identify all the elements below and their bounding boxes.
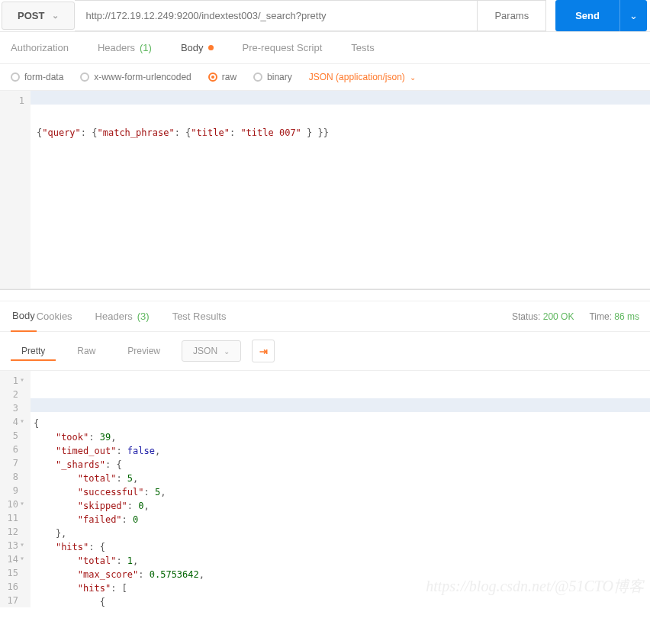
- headers-count-badge: (1): [140, 42, 152, 53]
- view-raw[interactable]: Raw: [66, 341, 106, 361]
- http-method-dropdown[interactable]: POST ⌄: [2, 2, 75, 30]
- chevron-down-icon: ⌄: [410, 73, 416, 82]
- content-type-dropdown[interactable]: JSON (application/json) ⌄: [309, 72, 416, 82]
- send-button[interactable]: Send: [555, 0, 619, 31]
- unsaved-indicator-icon: [208, 45, 214, 50]
- response-line: "timed_out": false,: [34, 444, 647, 458]
- line-gutter: 1: [0, 91, 31, 288]
- response-tab-headers[interactable]: Headers (3): [95, 311, 150, 322]
- view-preview[interactable]: Preview: [117, 341, 171, 361]
- response-line: "_shards": {: [34, 458, 647, 472]
- response-line: "max_score": 0.5753642,: [34, 568, 647, 581]
- radio-binary[interactable]: binary: [253, 72, 292, 82]
- radio-urlencoded[interactable]: x-www-form-urlencoded: [80, 72, 191, 82]
- response-line: "skipped": 0,: [34, 499, 647, 513]
- chevron-down-icon: ⌄: [52, 11, 59, 21]
- response-line: {: [34, 417, 647, 430]
- tab-authorization[interactable]: Authorization: [11, 42, 69, 53]
- response-line: {: [34, 595, 647, 607]
- response-line: "successful": 5,: [34, 485, 647, 499]
- response-line: "hits": {: [34, 540, 647, 554]
- tab-tests[interactable]: Tests: [351, 42, 374, 53]
- time-label: Time: 86 ms: [589, 311, 639, 322]
- params-button[interactable]: Params: [478, 0, 546, 31]
- radio-icon: [253, 72, 262, 82]
- response-line: "took": 39,: [34, 430, 647, 444]
- chevron-down-icon: ⌄: [224, 347, 230, 356]
- radio-icon: [11, 72, 20, 82]
- request-url-text: http://172.19.12.249:9200/indextest003/_…: [85, 10, 326, 21]
- response-tab-test-results[interactable]: Test Results: [172, 311, 227, 322]
- radio-raw[interactable]: raw: [208, 72, 237, 82]
- request-body-line: {"query": {"match_phrase": {"title": "ti…: [37, 126, 644, 140]
- response-time: 86 ms: [614, 311, 639, 322]
- params-button-label: Params: [494, 10, 529, 21]
- response-body-viewer[interactable]: 1▾234▾5678910▾111213▾14▾1516171819▾20212…: [0, 371, 650, 607]
- response-lang-dropdown[interactable]: JSON ⌄: [182, 340, 241, 362]
- radio-icon: [80, 72, 89, 82]
- request-body-editor[interactable]: 1 {"query": {"match_phrase": {"title": "…: [0, 91, 650, 289]
- chevron-down-icon: ⌄: [629, 10, 638, 21]
- response-line: "hits": [: [34, 581, 647, 595]
- response-line: "failed": 0: [34, 513, 647, 526]
- response-tab-body[interactable]: Body: [11, 301, 37, 332]
- response-line: "total": 5,: [34, 472, 647, 485]
- response-line: },: [34, 526, 647, 540]
- view-pretty[interactable]: Pretty: [11, 341, 56, 361]
- status-code: 200 OK: [543, 311, 574, 322]
- tab-body[interactable]: Body: [181, 42, 214, 53]
- request-url-input[interactable]: http://172.19.12.249:9200/indextest003/_…: [75, 0, 478, 31]
- status-label: Status: 200 OK: [512, 311, 574, 322]
- line-wrap-toggle[interactable]: ⇥: [252, 340, 275, 362]
- tab-prerequest[interactable]: Pre-request Script: [243, 42, 323, 53]
- response-gutter: 1▾234▾5678910▾111213▾14▾1516171819▾20212…: [0, 371, 31, 607]
- response-headers-count-badge: (3): [137, 311, 150, 322]
- send-dropdown-toggle[interactable]: ⌄: [619, 0, 647, 31]
- tab-headers[interactable]: Headers (1): [98, 42, 152, 53]
- radio-form-data[interactable]: form-data: [11, 72, 63, 82]
- send-button-label: Send: [575, 10, 600, 21]
- wrap-icon: ⇥: [259, 346, 268, 357]
- panel-divider[interactable]: [0, 289, 650, 301]
- response-line: "total": 1,: [34, 554, 647, 568]
- http-method-label: POST: [18, 10, 44, 21]
- response-tab-cookies[interactable]: Cookies: [37, 311, 72, 322]
- radio-icon: [208, 72, 217, 82]
